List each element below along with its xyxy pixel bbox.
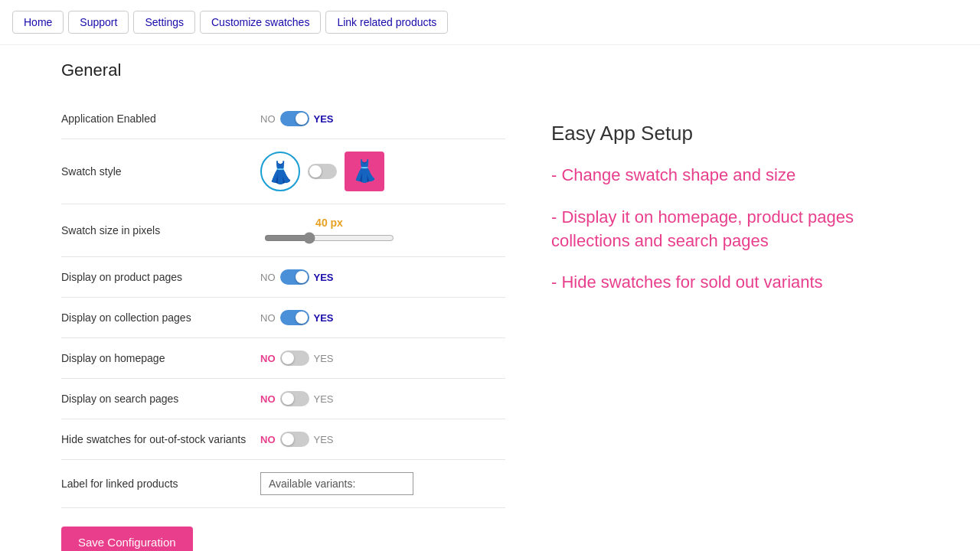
toggle-hide-oos[interactable] — [280, 432, 309, 447]
toggle-yes-oos: YES — [314, 434, 334, 445]
left-panel: General Application Enabled NO YES — [61, 60, 505, 551]
swatch-circle-option[interactable]: 👗 — [260, 152, 300, 191]
settings-table: Application Enabled NO YES — [61, 99, 505, 508]
nav-link-related-products[interactable]: Link related products — [325, 11, 448, 34]
dress-circle-icon: 👗 — [262, 153, 299, 191]
label-display-product: Display on product pages — [61, 257, 260, 298]
swatch-square-option[interactable]: 👗 — [345, 152, 384, 191]
toggle-no-app-enabled: NO — [260, 113, 276, 125]
main-container: General Application Enabled NO YES — [0, 45, 980, 551]
nav-customize-swatches[interactable]: Customize swatches — [200, 11, 321, 34]
toggle-display-search[interactable] — [280, 391, 309, 406]
row-hide-oos: Hide swatches for out-of-stock variants … — [61, 419, 505, 460]
row-display-search: Display on search pages NO YES — [61, 379, 505, 419]
linked-products-input[interactable] — [260, 472, 413, 495]
toggle-no-search: NO — [260, 393, 276, 405]
control-hide-oos: NO YES — [260, 419, 505, 459]
control-display-product: NO YES — [260, 257, 505, 297]
control-app-enabled: NO YES — [260, 99, 505, 139]
row-label-linked: Label for linked products — [61, 460, 505, 508]
feature-item-3: - Hide swatches for sold out variants — [551, 271, 919, 295]
control-display-homepage: NO YES — [260, 338, 505, 378]
toggle-no-homepage: NO — [260, 353, 276, 364]
row-swatch-size: Swatch size in pixels 40 px — [61, 204, 505, 257]
size-slider[interactable] — [264, 232, 394, 244]
slider-wrap: 40 px — [260, 217, 398, 244]
control-display-collection: NO YES — [260, 298, 505, 337]
row-display-homepage: Display on homepage NO YES — [61, 338, 505, 379]
control-label-linked — [260, 460, 505, 507]
toggle-app-enabled[interactable] — [280, 111, 309, 126]
nav-support[interactable]: Support — [68, 11, 129, 34]
label-hide-oos: Hide swatches for out-of-stock variants — [61, 419, 260, 460]
toggle-yes-collection: YES — [314, 312, 334, 324]
right-panel: Easy App Setup - Change swatch shape and… — [551, 60, 919, 551]
row-swatch-style: Swatch style 👗 — [61, 139, 505, 204]
toggle-yes-app-enabled: YES — [314, 113, 334, 125]
label-display-homepage: Display on homepage — [61, 338, 260, 379]
toggle-display-homepage[interactable] — [280, 350, 309, 366]
swatch-style-wrap: 👗 👗 — [260, 152, 384, 191]
section-title: General — [61, 60, 505, 80]
row-app-enabled: Application Enabled NO YES — [61, 99, 505, 139]
label-swatch-size: Swatch size in pixels — [61, 204, 260, 257]
toggle-no-oos: NO — [260, 434, 276, 445]
feature-item-2: - Display it on homepage, product pages … — [551, 206, 919, 253]
dress-square-icon: 👗 — [351, 152, 378, 191]
row-display-collection: Display on collection pages NO YES — [61, 298, 505, 338]
toggle-display-product[interactable] — [280, 269, 309, 285]
slider-value-display: 40 px — [315, 217, 343, 229]
right-panel-title: Easy App Setup — [551, 122, 919, 145]
nav-settings[interactable]: Settings — [133, 11, 195, 34]
label-swatch-style: Swatch style — [61, 139, 260, 204]
label-display-collection: Display on collection pages — [61, 298, 260, 338]
toggle-no-product: NO — [260, 272, 276, 283]
toggle-display-collection[interactable] — [280, 310, 309, 325]
label-app-enabled: Application Enabled — [61, 99, 260, 139]
control-swatch-size: 40 px — [260, 204, 505, 256]
control-display-search: NO YES — [260, 379, 505, 419]
toggle-swatch-style[interactable] — [308, 164, 337, 179]
label-label-linked: Label for linked products — [61, 460, 260, 508]
toggle-yes-homepage: YES — [314, 353, 334, 364]
save-configuration-button[interactable]: Save Configuration — [61, 527, 193, 551]
control-swatch-style: 👗 👗 — [260, 139, 505, 204]
toggle-yes-search: YES — [314, 393, 334, 405]
row-display-product: Display on product pages NO YES — [61, 257, 505, 298]
toggle-yes-product: YES — [314, 272, 334, 283]
toggle-no-collection: NO — [260, 312, 276, 324]
label-display-search: Display on search pages — [61, 379, 260, 419]
nav-bar: Home Support Settings Customize swatches… — [0, 0, 980, 45]
feature-item-1: - Change swatch shape and size — [551, 164, 919, 187]
nav-home[interactable]: Home — [12, 11, 64, 34]
